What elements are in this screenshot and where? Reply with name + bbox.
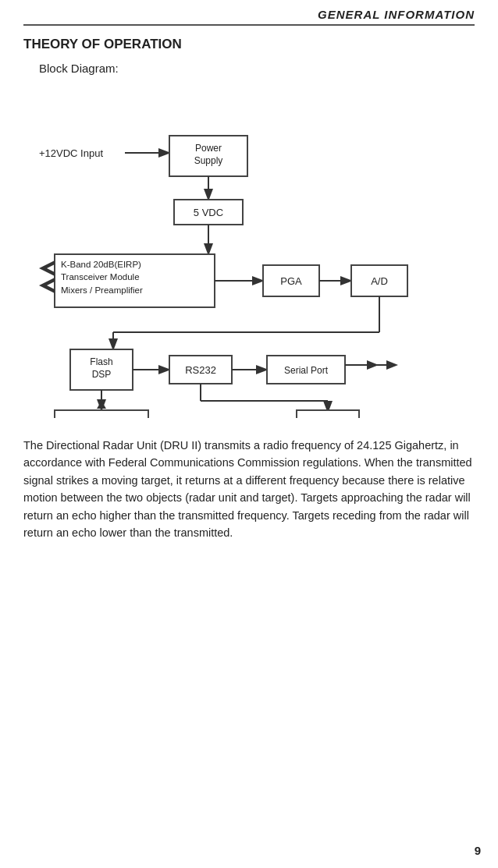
svg-text:Transceiver Module: Transceiver Module [61,272,140,282]
left-arrow-top [39,260,55,276]
header-title: GENERAL INFORMATION [318,8,475,21]
svg-text:DSP: DSP [92,369,112,380]
ee-up-arrowhead [97,401,106,409]
svg-text:Supply: Supply [194,155,223,166]
page-number: 9 [475,844,481,857]
description-text: The Directional Radar Unit (DRU II) tran… [23,437,475,542]
svg-text:Power: Power [195,143,222,154]
section-title: THEORY OF OPERATION [23,37,475,52]
block-diagram-label: Block Diagram: [39,62,475,75]
block-diagram: +12VDC Input Power Supply 5 VDC K-Band 2… [31,83,475,421]
page-header: GENERAL INFORMATION [23,8,475,26]
svg-marker-25 [386,360,398,370]
svg-text:K-Band 20dB(EIRP): K-Band 20dB(EIRP) [61,260,141,269]
left-arrow-bottom [39,278,55,293]
diagram-svg: +12VDC Input Power Supply 5 VDC K-Band 2… [31,83,484,418]
svg-text:Mixers / Preamplifier: Mixers / Preamplifier [61,285,143,295]
svg-text:A/D: A/D [371,275,388,287]
svg-text:PGA: PGA [280,275,302,287]
svg-text:Serial Port: Serial Port [284,365,329,376]
svg-text:Flash: Flash [90,356,112,367]
svg-text:5 VDC: 5 VDC [194,207,223,218]
input-label: +12VDC Input [39,147,103,159]
svg-text:RS232: RS232 [185,364,216,376]
led-box [297,410,359,418]
ee-memory-box [55,410,148,418]
